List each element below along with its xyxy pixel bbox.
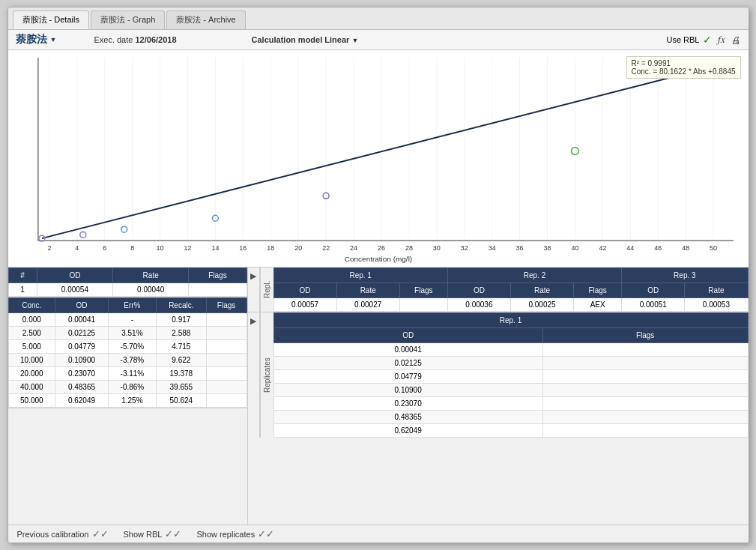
show-rbl-check[interactable]: ✓✓ (165, 528, 181, 540)
rep1-od-bottom: OD (273, 328, 542, 343)
cell-recalc: 4.715 (157, 340, 207, 354)
svg-text:20: 20 (294, 244, 302, 252)
cell-flags (189, 283, 247, 297)
use-rbl-check[interactable]: ✓ (703, 34, 712, 46)
cell-recalc: 0.917 (157, 313, 207, 327)
rate-col-num: # (8, 268, 37, 283)
dropdown-arrow-icon[interactable]: ▼ (50, 36, 57, 43)
rep1-od-val: 0.00057 (273, 298, 336, 312)
cell-conc: 40.000 (8, 381, 55, 394)
svg-text:16: 16 (239, 244, 247, 252)
rep3-od-val: 0.00051 (622, 298, 685, 312)
expand-arrow-top[interactable]: ▶ (248, 268, 260, 312)
tab-details[interactable]: 萘胺法 - Details (13, 10, 89, 29)
cell-err: -3.11% (108, 367, 156, 381)
svg-text:22: 22 (322, 244, 330, 252)
conc-col-conc: Conc. (8, 298, 55, 313)
graph-area: 2 4 6 8 10 12 14 16 18 20 22 24 26 28 30… (8, 50, 749, 268)
svg-text:6: 6 (103, 244, 106, 252)
cell-flags (206, 394, 247, 408)
left-tables: # OD Rate Flags 1 0.00054 0.00040 (8, 268, 248, 525)
show-replicates-item: Show replicates ✓✓ (196, 528, 274, 540)
rep1-od-cell: 0.62049 (273, 424, 542, 438)
table-row: 0.00057 0.00027 0.00036 0.00025 AEX 0.00… (273, 298, 748, 312)
svg-text:Concentration (mg/l): Concentration (mg/l) (344, 255, 411, 263)
svg-text:42: 42 (599, 244, 606, 252)
table-row: 0.02125 (273, 357, 748, 370)
rep1-flags-cell (542, 384, 748, 397)
rep2-flags-val: AEX (574, 298, 622, 312)
rep1-flags-cell (542, 343, 748, 357)
rep3-header: Rep. 3 (622, 268, 748, 283)
cell-conc: 20.000 (8, 367, 55, 381)
bottom-replicates-section: ▶ Replicates Rep. 1 OD Flags (248, 312, 749, 438)
header-title: 萘胺法 ▼ (16, 33, 57, 46)
tab-archive[interactable]: 萘胺法 - Archive (166, 10, 245, 29)
rep1-flags-val (399, 298, 447, 312)
cell-od: 0.00054 (37, 283, 112, 297)
svg-text:10: 10 (156, 244, 163, 252)
printer-icon[interactable]: 🖨 (731, 34, 741, 46)
svg-text:8: 8 (130, 244, 134, 252)
use-rbl-label: Use RBL (666, 35, 699, 44)
svg-text:36: 36 (515, 244, 523, 252)
rate-col-flags: Flags (189, 268, 247, 283)
rep1-rate-val: 0.00027 (336, 298, 399, 312)
conc-table-section: Conc. OD Err% Recalc. Flags 0.0000.00041… (8, 297, 247, 408)
table-row: 0.62049 (273, 424, 748, 438)
rep1-flags-cell (542, 357, 748, 370)
right-tables: ▶ Repl. Rep. 1 Rep. 2 Rep. 3 (248, 268, 749, 525)
calibration-graph: 2 4 6 8 10 12 14 16 18 20 22 24 26 28 30… (8, 50, 749, 267)
svg-text:38: 38 (543, 244, 551, 252)
rep2-rate-val: 0.00025 (510, 298, 573, 312)
cell-od: 0.02125 (55, 327, 109, 340)
rep1-od-cell: 0.02125 (273, 357, 542, 370)
tab-graph[interactable]: 萘胺法 - Graph (91, 10, 165, 29)
calc-dropdown-icon[interactable]: ▼ (351, 37, 358, 44)
cell-od: 0.10900 (55, 354, 109, 367)
rep2-od-val: 0.00036 (447, 298, 510, 312)
repl-bottom-inner: Rep. 1 OD Flags 0.000410.021250.047790.1… (273, 312, 749, 438)
svg-text:46: 46 (654, 244, 662, 252)
header-right-controls: Use RBL ✓ 𝑓𝑥 🖨 (666, 34, 740, 46)
cell-od: 0.48365 (55, 381, 109, 394)
show-replicates-check[interactable]: ✓✓ (258, 528, 274, 540)
svg-text:34: 34 (488, 244, 495, 252)
table-row: 0.0000.00041-0.917 (8, 313, 247, 327)
use-rbl-group: Use RBL ✓ (666, 34, 711, 46)
table-row: 1 0.00054 0.00040 (8, 283, 247, 297)
repl-label-bottom: Replicates (260, 312, 273, 438)
rep1-od-cell: 0.00041 (273, 343, 542, 357)
conc-col-flags: Flags (206, 298, 247, 313)
show-replicates-label: Show replicates (196, 530, 255, 539)
rep1-flags-header: Flags (399, 283, 447, 298)
header-bar: 萘胺法 ▼ Exec. date 12/06/2018 Calculation … (8, 30, 749, 50)
svg-text:28: 28 (405, 244, 412, 252)
table-row: 2.5000.021253.51%2.588 (8, 327, 247, 340)
svg-text:2: 2 (47, 244, 51, 252)
cell-conc: 5.000 (8, 340, 55, 354)
expand-arrow-bottom[interactable]: ▶ (248, 312, 260, 438)
cell-od: 0.23070 (55, 367, 109, 381)
cell-err: 3.51% (108, 327, 156, 340)
cell-flags (206, 313, 247, 327)
exec-date-label: Exec. date 12/06/2018 (94, 35, 176, 44)
cell-recalc: 2.588 (157, 327, 207, 340)
rep2-flags-header: Flags (574, 283, 622, 298)
cell-flags (206, 354, 247, 367)
prev-calib-check[interactable]: ✓✓ (92, 528, 109, 540)
fx-icon[interactable]: 𝑓𝑥 (718, 34, 725, 46)
cell-recalc: 39.655 (157, 381, 207, 394)
rep1-header: Rep. 1 (273, 268, 447, 283)
table-row: 50.0000.620491.25%50.624 (8, 394, 247, 408)
cell-od: 0.04779 (55, 340, 109, 354)
show-rbl-item: Show RBL ✓✓ (124, 528, 182, 540)
rep1-od-cell: 0.48365 (273, 411, 542, 424)
svg-text:14: 14 (211, 244, 219, 252)
title-text: 萘胺法 (16, 33, 47, 46)
svg-text:30: 30 (432, 244, 440, 252)
svg-text:50: 50 (710, 244, 717, 252)
cell-recalc: 50.624 (157, 394, 207, 408)
table-row: 5.0000.04779-5.70%4.715 (8, 340, 247, 354)
rep1-flags-bottom: Flags (542, 328, 748, 343)
